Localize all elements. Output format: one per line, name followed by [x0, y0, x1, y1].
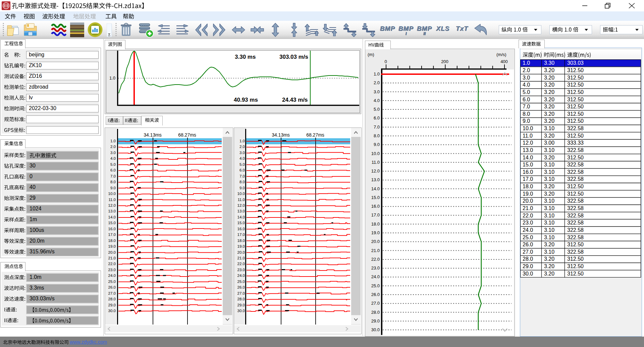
- svg-text:8.0: 8.0: [523, 111, 530, 117]
- svg-text:322.58: 322.58: [567, 126, 584, 131]
- svg-text:312.50: 312.50: [567, 89, 584, 95]
- svg-text:3.20: 3.20: [544, 133, 554, 139]
- svg-text:312.50: 312.50: [567, 263, 584, 269]
- svg-text:3.10: 3.10: [544, 147, 554, 153]
- svg-text:322.58: 322.58: [567, 235, 584, 240]
- svg-text:30.0: 30.0: [523, 271, 533, 277]
- svg-text:3.10: 3.10: [544, 169, 554, 175]
- svg-text:18.0: 18.0: [523, 184, 533, 189]
- svg-text:312.50: 312.50: [567, 104, 584, 109]
- svg-text:312.50: 312.50: [567, 97, 584, 102]
- svg-text:312.50: 312.50: [567, 75, 584, 81]
- svg-text:3.10: 3.10: [544, 227, 554, 233]
- svg-text:312.50: 312.50: [567, 133, 584, 139]
- svg-text:3.30: 3.30: [544, 60, 554, 66]
- svg-text:3.10: 3.10: [544, 176, 554, 182]
- svg-text:312.50: 312.50: [567, 184, 584, 189]
- svg-text:322.58: 322.58: [567, 249, 584, 255]
- svg-text:3.0: 3.0: [523, 75, 530, 81]
- svg-text:312.50: 312.50: [567, 242, 584, 247]
- svg-text:322.58: 322.58: [567, 198, 584, 204]
- svg-text:22.0: 22.0: [523, 213, 533, 218]
- svg-text:23.0: 23.0: [523, 220, 533, 226]
- svg-text:312.50: 312.50: [567, 155, 584, 160]
- svg-text:24.0: 24.0: [523, 227, 533, 233]
- svg-text:13.0: 13.0: [523, 147, 533, 153]
- svg-text:3.00: 3.00: [544, 140, 554, 146]
- svg-text:3.20: 3.20: [544, 256, 554, 262]
- svg-text:10.0: 10.0: [523, 126, 533, 131]
- svg-text:3.20: 3.20: [544, 67, 554, 73]
- svg-text:1.0: 1.0: [523, 60, 530, 66]
- svg-text:3.20: 3.20: [544, 82, 554, 88]
- svg-text:26.0: 26.0: [523, 242, 533, 247]
- svg-text:19.0: 19.0: [523, 191, 533, 197]
- svg-text:312.50: 312.50: [567, 67, 584, 73]
- svg-text:3.20: 3.20: [544, 263, 554, 269]
- svg-text:312.50: 312.50: [567, 118, 584, 124]
- svg-text:3.20: 3.20: [544, 242, 554, 247]
- svg-text:322.58: 322.58: [567, 176, 584, 182]
- svg-text:322.58: 322.58: [567, 220, 584, 226]
- svg-text:312.50: 312.50: [567, 256, 584, 262]
- svg-text:29.0: 29.0: [523, 263, 533, 269]
- svg-text:312.50: 312.50: [567, 111, 584, 117]
- svg-text:20.0: 20.0: [523, 198, 533, 204]
- svg-text:3.20: 3.20: [544, 271, 554, 277]
- svg-text:2.0: 2.0: [523, 67, 530, 73]
- svg-text:3.20: 3.20: [544, 104, 554, 109]
- svg-text:25.0: 25.0: [523, 235, 533, 240]
- svg-text:312.50: 312.50: [567, 82, 584, 88]
- svg-text:11.0: 11.0: [523, 133, 533, 139]
- svg-text:14.0: 14.0: [523, 155, 533, 160]
- svg-text:3.10: 3.10: [544, 213, 554, 218]
- svg-text:333.33: 333.33: [567, 140, 584, 146]
- svg-text:21.0: 21.0: [523, 205, 533, 211]
- svg-text:3.10: 3.10: [544, 162, 554, 167]
- svg-text:3.10: 3.10: [544, 249, 554, 255]
- svg-text:3.20: 3.20: [544, 111, 554, 117]
- svg-text:303.03: 303.03: [567, 60, 584, 66]
- svg-text:6.0: 6.0: [523, 97, 530, 102]
- svg-text:16.0: 16.0: [523, 169, 533, 175]
- svg-text:3.10: 3.10: [544, 126, 554, 131]
- svg-text:5.0: 5.0: [523, 89, 530, 95]
- svg-text:3.20: 3.20: [544, 75, 554, 81]
- svg-text:3.10: 3.10: [544, 220, 554, 226]
- svg-text:322.58: 322.58: [567, 227, 584, 233]
- svg-text:322.58: 322.58: [567, 205, 584, 211]
- svg-text:3.20: 3.20: [544, 97, 554, 102]
- svg-text:9.0: 9.0: [523, 118, 530, 124]
- svg-text:28.0: 28.0: [523, 256, 533, 262]
- svg-text:3.10: 3.10: [544, 235, 554, 240]
- svg-text:27.0: 27.0: [523, 249, 533, 255]
- svg-text:3.20: 3.20: [544, 191, 554, 197]
- svg-text:3.20: 3.20: [544, 118, 554, 124]
- svg-text:4.0: 4.0: [523, 82, 530, 88]
- svg-text:322.58: 322.58: [567, 147, 584, 153]
- svg-text:312.50: 312.50: [567, 191, 584, 197]
- svg-text:3.10: 3.10: [544, 205, 554, 211]
- svg-text:3.10: 3.10: [544, 198, 554, 204]
- svg-text:322.58: 322.58: [567, 162, 584, 167]
- svg-text:322.58: 322.58: [567, 213, 584, 218]
- svg-text:15.0: 15.0: [523, 162, 533, 167]
- svg-text:3.20: 3.20: [544, 89, 554, 95]
- svg-text:7.0: 7.0: [523, 104, 530, 109]
- svg-text:312.50: 312.50: [567, 271, 584, 277]
- svg-text:12.0: 12.0: [523, 140, 533, 146]
- svg-text:3.20: 3.20: [544, 184, 554, 189]
- svg-text:322.58: 322.58: [567, 169, 584, 175]
- svg-text:17.0: 17.0: [523, 176, 533, 182]
- svg-text:3.20: 3.20: [544, 155, 554, 160]
